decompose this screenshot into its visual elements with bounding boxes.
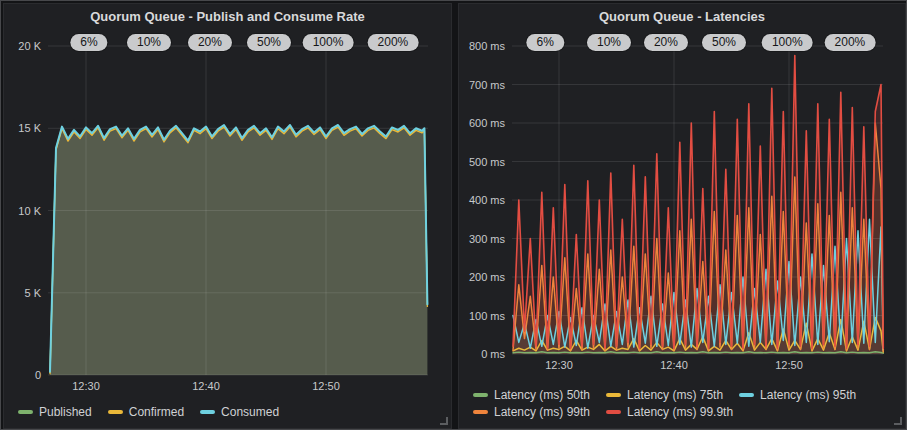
legend-item-latency-ms-50th[interactable]: Latency (ms) 50th (473, 388, 590, 402)
panel-title[interactable]: Quorum Queue - Latencies (459, 9, 905, 24)
y-tick-label: 10 K (18, 205, 41, 217)
y-tick-label: 200 ms (469, 271, 506, 283)
x-tick-label: 12:30 (72, 380, 100, 392)
rate-chart-canvas[interactable]: 05 K10 K15 K20 K12:3012:4012:50 (4, 4, 453, 430)
y-tick-label: 800 ms (469, 40, 506, 52)
legend-color-marker (473, 410, 488, 414)
y-axis-labels: 05 K10 K15 K20 K (18, 40, 41, 381)
y-tick-label: 0 ms (481, 348, 505, 360)
x-tick-label: 12:30 (545, 359, 573, 371)
annotation-pill-50pct[interactable]: 50% (702, 34, 746, 51)
dashboard: Quorum Queue - Publish and Consume Rate … (0, 0, 907, 430)
annotation-pill-10pct[interactable]: 10% (587, 34, 631, 51)
x-tick-label: 12:50 (312, 380, 340, 392)
legend-label: Latency (ms) 95th (760, 388, 856, 402)
legend-item-latency-ms-75th[interactable]: Latency (ms) 75th (606, 388, 723, 402)
legend-item-latency-ms-95th[interactable]: Latency (ms) 95th (739, 388, 856, 402)
series-fill-consumed (50, 125, 427, 375)
annotation-pill-20pct[interactable]: 20% (644, 34, 688, 51)
series-fills (50, 125, 427, 375)
legend-item-published[interactable]: Published (18, 405, 92, 419)
chart-legend: PublishedConfirmedConsumed (18, 405, 438, 419)
panel-latencies: Quorum Queue - Latencies 0 ms100 ms200 m… (458, 3, 906, 429)
chart-legend: Latency (ms) 50thLatency (ms) 75thLatenc… (473, 388, 883, 419)
legend-color-marker (606, 410, 621, 414)
legend-color-marker (200, 410, 215, 414)
legend-label: Confirmed (129, 405, 184, 419)
panel-publish-consume-rate: Quorum Queue - Publish and Consume Rate … (3, 3, 452, 429)
legend-item-latency-ms-99th[interactable]: Latency (ms) 99th (473, 405, 590, 419)
panel-title[interactable]: Quorum Queue - Publish and Consume Rate (4, 9, 451, 24)
annotation-pill-10pct[interactable]: 10% (127, 34, 171, 51)
legend-label: Latency (ms) 75th (627, 388, 723, 402)
legend-item-consumed[interactable]: Consumed (200, 405, 279, 419)
annotation-pill-20pct[interactable]: 20% (188, 34, 232, 51)
legend-label: Published (39, 405, 92, 419)
legend-label: Latency (ms) 50th (494, 388, 590, 402)
y-tick-label: 100 ms (469, 310, 506, 322)
legend-label: Latency (ms) 99th (494, 405, 590, 419)
y-tick-label: 5 K (24, 287, 41, 299)
y-tick-label: 400 ms (469, 194, 506, 206)
legend-color-marker (18, 410, 33, 414)
legend-color-marker (606, 393, 621, 397)
annotation-pill-200pct[interactable]: 200% (368, 34, 419, 51)
annotation-pill-100pct[interactable]: 100% (762, 34, 813, 51)
y-tick-label: 300 ms (469, 233, 506, 245)
x-tick-label: 12:50 (775, 359, 803, 371)
legend-color-marker (739, 393, 754, 397)
panel-resize-handle[interactable] (894, 417, 902, 425)
annotation-pill-200pct[interactable]: 200% (825, 34, 876, 51)
x-axis-labels: 12:3012:4012:50 (545, 359, 803, 371)
x-tick-label: 12:40 (660, 359, 688, 371)
y-tick-label: 15 K (18, 122, 41, 134)
legend-item-latency-ms-99-9th[interactable]: Latency (ms) 99.9th (606, 405, 733, 419)
y-tick-label: 0 (35, 369, 41, 381)
y-axis-labels: 0 ms100 ms200 ms300 ms400 ms500 ms600 ms… (469, 40, 506, 360)
series-line-latency-ms-50th (513, 352, 883, 354)
legend-label: Latency (ms) 99.9th (627, 405, 733, 419)
legend-color-marker (108, 410, 123, 414)
panel-resize-handle[interactable] (440, 417, 448, 425)
y-tick-label: 500 ms (469, 156, 506, 168)
annotation-pill-6pct[interactable]: 6% (70, 34, 107, 51)
annotation-pill-50pct[interactable]: 50% (247, 34, 291, 51)
y-tick-label: 20 K (18, 40, 41, 52)
annotation-pill-6pct[interactable]: 6% (527, 34, 564, 51)
latency-chart-canvas[interactable]: 0 ms100 ms200 ms300 ms400 ms500 ms600 ms… (459, 4, 907, 430)
y-tick-label: 600 ms (469, 117, 506, 129)
y-tick-label: 700 ms (469, 79, 506, 91)
legend-color-marker (473, 393, 488, 397)
legend-item-confirmed[interactable]: Confirmed (108, 405, 184, 419)
annotation-pill-100pct[interactable]: 100% (303, 34, 354, 51)
x-axis-labels: 12:3012:4012:50 (72, 380, 340, 392)
legend-label: Consumed (221, 405, 279, 419)
x-tick-label: 12:40 (192, 380, 220, 392)
